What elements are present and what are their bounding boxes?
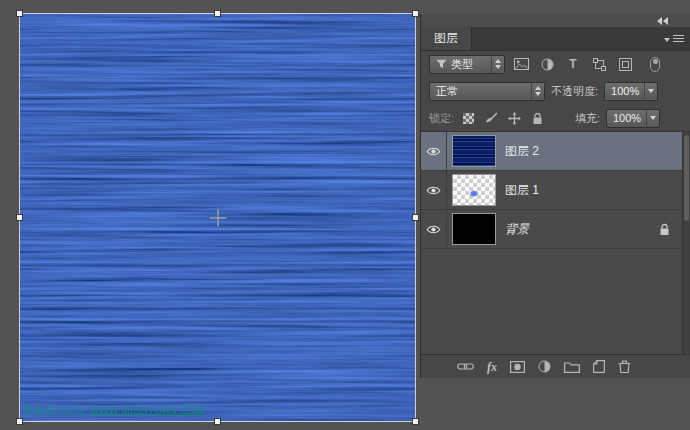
layers-panel-toolbar: fx	[421, 354, 690, 378]
dropdown-arrow-icon	[644, 83, 657, 100]
background-lock-icon	[659, 223, 670, 236]
filter-type-label: 类型	[451, 57, 473, 72]
tab-layers[interactable]: 图层	[421, 27, 472, 50]
layer-filter-row: 类型 T	[421, 51, 690, 77]
move-arrows-icon	[508, 112, 521, 125]
lock-position-icon[interactable]	[506, 111, 523, 126]
tab-layers-label: 图层	[434, 30, 458, 47]
blend-mode-dropdown[interactable]: 正常	[429, 82, 545, 101]
layer-thumbnail[interactable]	[452, 174, 496, 206]
lock-label: 锁定:	[429, 111, 454, 126]
transform-handle-middle-right[interactable]	[412, 214, 419, 221]
add-layer-mask-icon[interactable]	[510, 361, 525, 373]
new-layer-icon[interactable]	[593, 360, 605, 373]
layers-panel: 图层 类型 T 正常 不透明度: 1	[420, 14, 690, 378]
layer-list: 图层 2 图层 1 背景	[421, 131, 690, 354]
visibility-toggle[interactable]	[421, 210, 447, 248]
nested-square-icon	[619, 58, 632, 71]
fx-label: fx	[487, 361, 497, 373]
fill-value: 100%	[613, 112, 641, 124]
shape-layers-filter-icon[interactable]	[589, 55, 609, 73]
layer-thumbnail[interactable]	[452, 135, 496, 167]
lock-image-pixels-icon[interactable]	[483, 111, 500, 126]
half-circle-icon	[538, 360, 551, 373]
watermark-text: 思缘设计论坛WWW.MISSYUAN.COM	[23, 404, 205, 418]
lock-transparent-pixels-icon[interactable]	[460, 111, 477, 126]
lock-all-icon[interactable]	[529, 111, 546, 126]
delete-layer-icon[interactable]	[618, 360, 631, 373]
layer-name: 图层 2	[505, 143, 539, 160]
new-adjustment-layer-icon[interactable]	[538, 360, 551, 373]
new-page-icon	[593, 360, 605, 373]
lock-fill-row: 锁定: 填充: 100%	[421, 105, 690, 131]
blend-mode-value: 正常	[436, 84, 458, 99]
transform-handle-bottom-left[interactable]	[16, 418, 23, 425]
blend-opacity-row: 正常 不透明度: 100%	[421, 77, 690, 105]
letter-t-icon: T	[569, 58, 576, 70]
panel-menu-icon[interactable]	[664, 34, 684, 45]
eye-icon	[426, 224, 441, 235]
folder-icon	[564, 361, 580, 373]
opacity-value: 100%	[611, 85, 639, 97]
visibility-toggle[interactable]	[421, 171, 447, 209]
layer-style-icon[interactable]: fx	[487, 361, 497, 373]
opacity-value-dropdown[interactable]: 100%	[604, 82, 658, 101]
checkerboard-icon	[463, 113, 474, 124]
adjustment-layers-filter-icon[interactable]	[537, 55, 557, 73]
image-icon	[514, 58, 529, 70]
transform-handle-middle-left[interactable]	[16, 214, 23, 221]
watermark-cn: 思缘设计论坛	[23, 405, 85, 416]
move-cursor-icon	[209, 209, 226, 226]
opacity-label: 不透明度:	[551, 84, 598, 99]
link-layers-icon[interactable]	[457, 362, 474, 371]
watermark-url: WWW.MISSYUAN.COM	[89, 405, 204, 416]
layer-row-layer1[interactable]: 图层 1	[421, 171, 690, 210]
transform-handle-bottom-right[interactable]	[412, 418, 419, 425]
scrollbar-thumb[interactable]	[684, 135, 689, 221]
dropdown-spinner-icon	[531, 83, 544, 100]
layers-scrollbar[interactable]	[682, 132, 690, 354]
mask-icon	[510, 361, 525, 373]
dropdown-arrow-icon	[646, 110, 659, 127]
new-group-icon[interactable]	[564, 361, 580, 373]
half-circle-icon	[541, 58, 554, 71]
transform-handle-bottom-middle[interactable]	[214, 418, 221, 425]
type-layers-filter-icon[interactable]: T	[563, 55, 583, 73]
layer-row-layer2[interactable]: 图层 2	[421, 132, 690, 171]
layer-name: 背景	[505, 221, 529, 238]
filter-funnel-icon	[436, 59, 447, 69]
trash-icon	[618, 360, 631, 373]
transform-handle-top-right[interactable]	[412, 10, 419, 17]
pixel-layers-filter-icon[interactable]	[511, 55, 531, 73]
layer-row-background[interactable]: 背景	[421, 210, 690, 249]
vector-shape-icon	[593, 58, 606, 71]
collapse-panels-icon[interactable]	[657, 17, 668, 25]
fill-value-dropdown[interactable]: 100%	[606, 109, 660, 128]
layer-filter-toggle[interactable]	[650, 57, 660, 72]
brush-icon	[485, 112, 498, 125]
padlock-icon	[532, 112, 543, 125]
transform-handle-top-middle[interactable]	[214, 10, 221, 17]
smart-object-filter-icon[interactable]	[615, 55, 635, 73]
fill-label: 填充:	[575, 111, 600, 126]
dock-header	[421, 14, 690, 27]
document-canvas[interactable]: 思缘设计论坛WWW.MISSYUAN.COM	[20, 14, 415, 421]
dropdown-spinner-icon	[491, 56, 504, 73]
chain-icon	[457, 362, 474, 371]
eye-icon	[426, 146, 441, 157]
transform-handle-top-left[interactable]	[16, 10, 23, 17]
panel-tab-bar: 图层	[421, 27, 690, 51]
filter-type-dropdown[interactable]: 类型	[429, 55, 505, 74]
eye-icon	[426, 185, 441, 196]
visibility-toggle[interactable]	[421, 132, 447, 170]
layer-name: 图层 1	[505, 182, 539, 199]
layer-thumbnail[interactable]	[452, 213, 496, 245]
padlock-icon	[659, 223, 670, 236]
